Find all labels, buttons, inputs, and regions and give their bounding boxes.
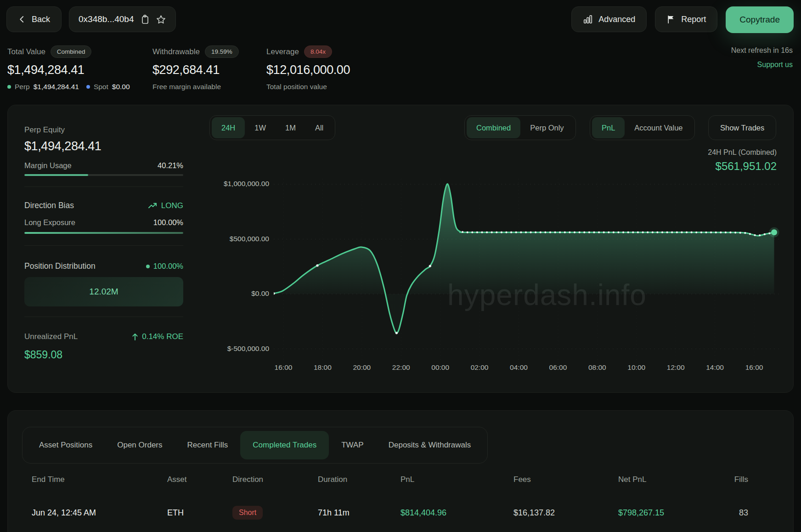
chart-area: $1,000,000.00$500,000.00$0.00$-500,000.0…	[8, 175, 794, 379]
refresh-status: Next refresh in 16s	[731, 46, 793, 55]
chart-watermark: hyperdash.info	[340, 278, 754, 312]
pnl-summary-label: 24H PnL (Combined)	[708, 148, 777, 157]
tab-twap[interactable]: TWAP	[329, 431, 376, 459]
scope-toggle: Combined Perp Only	[464, 115, 576, 140]
y-tick-label: $1,000,000.00	[177, 180, 269, 188]
stat-label: Total Value	[7, 47, 45, 57]
trade-row[interactable]: Jun 24, 12:45 AM ETH Short 71h 11m $814,…	[8, 502, 794, 524]
range-tab-1m[interactable]: 1M	[276, 117, 305, 138]
range-tab-1w[interactable]: 1W	[245, 117, 276, 138]
cell-direction: Short	[232, 502, 318, 524]
stat-total-value: Total Value Combined $1,494,284.41 Perp …	[7, 45, 130, 91]
perp-value: $1,494,284.41	[34, 83, 79, 91]
perp-dot	[7, 85, 11, 89]
star-icon[interactable]	[156, 14, 166, 25]
x-tick-label: 04:00	[501, 363, 537, 372]
header-asset: Asset	[167, 475, 232, 484]
total-value-amount: $1,494,284.41	[7, 63, 130, 77]
withdrawable-pct-badge: 19.59%	[205, 45, 239, 58]
header-pnl: PnL	[400, 475, 513, 484]
copytrade-label: Copytrade	[739, 15, 780, 25]
x-tick-label: 18:00	[304, 363, 341, 372]
x-tick-label: 22:00	[383, 363, 419, 372]
tab-open-orders[interactable]: Open Orders	[105, 431, 175, 459]
x-tick-label: 00:00	[422, 363, 459, 372]
show-trades-button[interactable]: Show Trades	[708, 115, 776, 140]
spot-label: Spot	[94, 83, 108, 91]
tab-completed-trades[interactable]: Completed Trades	[240, 431, 329, 459]
overview-panel: Perp Equity $1,494,284.41 Margin Usage 4…	[7, 105, 794, 393]
y-tick-label: $500,000.00	[177, 235, 269, 243]
header-end-time: End Time	[32, 475, 167, 484]
scope-option-perp-only[interactable]: Perp Only	[520, 117, 573, 138]
x-tick-label: 02:00	[461, 363, 498, 372]
x-tick-label: 20:00	[344, 363, 380, 372]
cell-asset: ETH	[167, 502, 232, 524]
cell-duration: 71h 11m	[318, 502, 400, 524]
cell-fills: 83	[730, 502, 748, 524]
metric-option-account-value[interactable]: Account Value	[625, 117, 692, 138]
tab-recent-fills[interactable]: Recent Fills	[175, 431, 241, 459]
bar-chart-icon	[583, 14, 593, 24]
flag-icon	[666, 14, 676, 24]
range-tab-all[interactable]: All	[305, 117, 333, 138]
stat-withdrawable: Withdrawable 19.59% $292,684.41 Free mar…	[152, 45, 239, 91]
report-label: Report	[681, 15, 706, 24]
withdrawable-sub: Free margin available	[152, 83, 221, 91]
perp-equity-value: $1,494,284.41	[24, 139, 183, 153]
y-tick-label: $-500,000.00	[177, 345, 269, 353]
header-fills: Fills	[730, 475, 748, 484]
leverage-badge: 8.04x	[304, 45, 332, 58]
y-tick-label: $0.00	[177, 289, 269, 298]
tab-deposits-withdrawals[interactable]: Deposits & Withdrawals	[376, 431, 484, 459]
pnl-summary-value: $561,951.02	[716, 160, 777, 173]
header-net-pnl: Net PnL	[618, 475, 730, 484]
direction-badge: Short	[232, 506, 263, 520]
x-axis-labels: 16:0018:0020:0022:0000:0002:0004:0006:00…	[274, 363, 781, 374]
metric-option-pnl[interactable]: PnL	[592, 117, 625, 138]
address-text: 0x348b...40b4	[79, 14, 134, 24]
leverage-amount: $12,016,000.00	[266, 63, 350, 77]
metric-toggle: PnL Account Value	[590, 115, 695, 140]
topbar-right: Advanced Report Copytrade	[571, 6, 794, 33]
header-fees: Fees	[513, 475, 618, 484]
spot-dot	[86, 85, 90, 89]
copy-icon[interactable]	[140, 14, 149, 24]
cell-fees: $16,137.82	[513, 502, 618, 524]
x-tick-label: 16:00	[265, 363, 302, 372]
trades-panel: Asset Positions Open Orders Recent Fills…	[7, 410, 794, 532]
header-direction: Direction	[232, 475, 318, 484]
x-tick-label: 10:00	[618, 363, 655, 372]
cell-pnl: $814,404.96	[400, 502, 513, 524]
margin-usage-label: Margin Usage	[24, 161, 72, 170]
scope-option-combined[interactable]: Combined	[467, 117, 520, 138]
copytrade-button[interactable]: Copytrade	[726, 6, 794, 33]
advanced-button[interactable]: Advanced	[571, 6, 647, 32]
report-button[interactable]: Report	[655, 6, 717, 32]
stat-label: Leverage	[266, 47, 299, 57]
y-axis-labels: $1,000,000.00$500,000.00$0.00$-500,000.0…	[8, 175, 269, 368]
margin-usage-value: 40.21%	[158, 161, 183, 170]
tab-asset-positions[interactable]: Asset Positions	[27, 431, 105, 459]
x-tick-label: 12:00	[657, 363, 694, 372]
back-button[interactable]: Back	[6, 6, 62, 32]
stat-label: Withdrawable	[152, 47, 200, 57]
header-duration: Duration	[318, 475, 400, 484]
address-pill[interactable]: 0x348b...40b4	[69, 6, 176, 32]
topbar-left: Back 0x348b...40b4	[6, 6, 176, 32]
bottom-tabs: Asset Positions Open Orders Recent Fills…	[22, 427, 488, 464]
x-tick-label: 06:00	[540, 363, 576, 372]
trades-table-header: End Time Asset Direction Duration PnL Fe…	[8, 475, 794, 484]
combined-badge: Combined	[51, 45, 92, 58]
support-us-link[interactable]: Support us	[731, 61, 793, 69]
stat-leverage: Leverage 8.04x $12,016,000.00 Total posi…	[266, 45, 350, 91]
pnl-chart-svg	[274, 175, 781, 368]
spot-value: $0.00	[112, 83, 130, 91]
x-tick-label: 16:00	[736, 363, 773, 372]
advanced-label: Advanced	[598, 15, 635, 24]
x-tick-label: 08:00	[579, 363, 615, 372]
x-tick-label: 14:00	[697, 363, 733, 372]
range-tab-24h[interactable]: 24H	[212, 117, 245, 138]
cell-net-pnl: $798,267.15	[618, 502, 730, 524]
perp-equity-label: Perp Equity	[24, 125, 183, 135]
